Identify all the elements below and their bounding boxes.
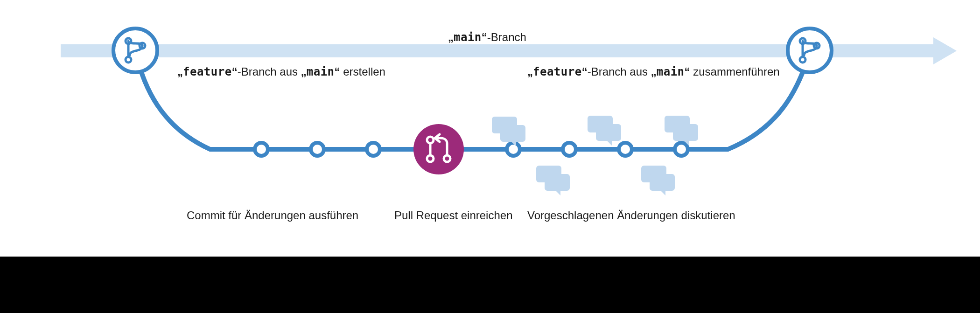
pr-label: Pull Request einreichen bbox=[394, 209, 513, 222]
mid-text: -Branch aus bbox=[588, 65, 651, 78]
main-text: main bbox=[307, 65, 335, 78]
discuss-label: Vorgeschlagenen Änderungen diskutieren bbox=[527, 209, 735, 222]
chat-icon bbox=[588, 116, 621, 146]
suffix-text: zusammenführen bbox=[690, 65, 780, 78]
main-text: main bbox=[454, 31, 482, 44]
github-flow-diagram: „main“-Branch „feature“-Branch aus „main… bbox=[0, 0, 980, 313]
chat-icon bbox=[641, 166, 675, 195]
commit-node bbox=[675, 143, 688, 156]
feature-text: feature bbox=[533, 65, 582, 78]
commit-label: Commit für Änderungen ausführen bbox=[187, 209, 358, 222]
quote: „ bbox=[301, 65, 307, 78]
suffix-text: erstellen bbox=[340, 65, 385, 78]
quote: “ bbox=[685, 65, 690, 78]
commit-node bbox=[563, 143, 576, 156]
discussion-bubbles bbox=[492, 116, 698, 195]
branch-end-icon bbox=[788, 28, 832, 72]
quote: „ bbox=[651, 65, 657, 78]
commit-node bbox=[619, 143, 632, 156]
bottom-black-bar bbox=[0, 257, 980, 313]
feature-text: feature bbox=[183, 65, 232, 78]
commit-node bbox=[367, 143, 380, 156]
mid-text: -Branch aus bbox=[238, 65, 301, 78]
main-branch-label: „main“-Branch bbox=[448, 31, 526, 44]
pull-request-icon bbox=[413, 124, 464, 174]
merge-branch-label: „feature“-Branch aus „main“ zusammenführ… bbox=[527, 65, 780, 78]
chat-icon bbox=[492, 117, 525, 146]
quote: „ bbox=[527, 65, 533, 78]
quote: “ bbox=[232, 65, 238, 78]
quote: “ bbox=[335, 65, 340, 78]
main-text: main bbox=[657, 65, 685, 78]
svg-marker-1 bbox=[933, 37, 957, 64]
commit-node bbox=[311, 143, 324, 156]
commit-node bbox=[507, 143, 520, 156]
quote: “ bbox=[482, 31, 487, 43]
chat-icon bbox=[536, 166, 570, 195]
branch-start-icon bbox=[113, 28, 157, 72]
create-branch-label: „feature“-Branch aus „main“ erstellen bbox=[177, 65, 385, 78]
quote: “ bbox=[582, 65, 588, 78]
commit-node bbox=[255, 143, 268, 156]
svg-point-10 bbox=[413, 124, 464, 174]
suffix-text: -Branch bbox=[487, 31, 526, 43]
quote: „ bbox=[448, 31, 454, 43]
quote: „ bbox=[177, 65, 183, 78]
